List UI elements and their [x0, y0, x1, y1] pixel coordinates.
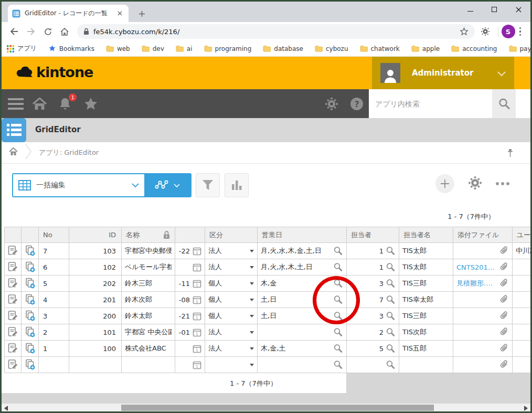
hamburger-menu-icon[interactable] — [7, 89, 25, 118]
scrollbar-thumb[interactable] — [121, 405, 434, 411]
bookmark-folder[interactable]: programing — [204, 45, 252, 52]
scroll-right-icon[interactable] — [524, 406, 528, 411]
lookup-icon[interactable] — [333, 311, 343, 321]
reload-icon[interactable] — [40, 24, 55, 39]
lookup-icon[interactable] — [333, 344, 343, 354]
kintone-logo[interactable]: kintone — [15, 64, 93, 80]
lookup-icon[interactable] — [386, 295, 396, 305]
calendar-icon[interactable]: 1 — [193, 328, 201, 337]
app-search[interactable] — [369, 89, 492, 118]
calendar-icon[interactable]: 1 — [193, 344, 201, 353]
window-close-button[interactable] — [506, 2, 530, 17]
calendar-icon[interactable]: 1 — [193, 263, 201, 272]
breadcrumb-app-link[interactable]: アプリ: GridEditor — [39, 148, 99, 157]
browser-tab[interactable]: GridEditor - レコードの一覧 — [8, 5, 129, 22]
lookup-icon[interactable] — [333, 246, 343, 256]
browser-menu-icon[interactable] — [515, 25, 526, 38]
list-settings-button[interactable] — [468, 176, 482, 192]
browser-profile-avatar[interactable]: S — [502, 25, 515, 38]
app-search-input[interactable] — [369, 89, 492, 118]
favorites-star-icon[interactable] — [82, 89, 99, 118]
paperclip-icon[interactable] — [499, 311, 509, 321]
bookmark-folder[interactable]: database — [263, 45, 303, 52]
edit-record-button[interactable] — [6, 358, 19, 371]
new-tab-button[interactable] — [136, 8, 147, 19]
bookmark-folder[interactable]: accounting — [451, 45, 497, 52]
bookmark-folder[interactable]: web — [106, 45, 130, 52]
extension-gear-icon[interactable] — [478, 24, 493, 39]
lookup-icon[interactable] — [333, 279, 343, 289]
kubun-select[interactable]: 法人 — [205, 259, 258, 276]
edit-record-button[interactable] — [6, 325, 19, 338]
apps-shortcut[interactable]: アプリ — [7, 44, 37, 53]
lookup-icon[interactable] — [386, 344, 396, 354]
home-icon[interactable] — [57, 24, 72, 39]
graph-menu-button[interactable] — [144, 174, 190, 196]
lookup-icon[interactable] — [386, 311, 396, 321]
copy-record-button[interactable] — [24, 325, 37, 338]
edit-record-button[interactable] — [6, 293, 19, 306]
pin-icon[interactable] — [507, 149, 514, 160]
more-options-button[interactable] — [496, 182, 509, 185]
copy-record-button[interactable] — [24, 309, 37, 322]
add-record-button[interactable] — [435, 174, 454, 193]
view-select-dropdown[interactable]: 一括編集 — [13, 174, 144, 196]
lookup-icon[interactable] — [333, 327, 343, 337]
tab-close-icon[interactable] — [115, 9, 124, 18]
bookmark-folder[interactable]: dev — [142, 45, 164, 52]
attachment-link[interactable]: 見積雛形.… — [456, 279, 499, 288]
edit-record-button[interactable] — [6, 260, 19, 273]
copy-record-button[interactable] — [24, 260, 37, 273]
paperclip-icon[interactable] — [499, 279, 509, 288]
edit-record-button[interactable] — [6, 342, 19, 355]
paperclip-icon[interactable] — [499, 360, 509, 369]
paperclip-icon[interactable] — [499, 295, 509, 304]
edit-record-button[interactable] — [6, 244, 19, 257]
window-minimize-button[interactable] — [458, 2, 482, 17]
lookup-icon[interactable] — [386, 360, 396, 370]
kubun-select[interactable]: 法人 — [205, 341, 258, 357]
filter-button[interactable] — [196, 173, 220, 197]
calendar-icon[interactable]: 1 — [193, 247, 201, 256]
help-icon[interactable]: ? — [348, 89, 366, 118]
forward-icon[interactable] — [24, 24, 38, 39]
bookmark-star-icon[interactable] — [460, 27, 469, 36]
copy-record-button[interactable] — [24, 277, 37, 290]
bookmark-folder[interactable]: chatwork — [360, 45, 400, 52]
notifications-bell-icon[interactable]: 1 — [57, 89, 73, 118]
lookup-icon[interactable] — [386, 327, 396, 337]
copy-record-button[interactable] — [24, 293, 37, 306]
bookmark-folder[interactable]: cybozu — [315, 45, 348, 52]
edit-record-button[interactable] — [6, 309, 19, 322]
paperclip-icon[interactable] — [499, 246, 509, 256]
kubun-select[interactable]: 法人 — [205, 243, 258, 259]
lookup-icon[interactable] — [333, 262, 343, 272]
window-maximize-button[interactable] — [482, 2, 506, 17]
search-submit-button[interactable] — [492, 89, 516, 118]
bookmark-folder[interactable]: pay — [509, 45, 531, 52]
paperclip-icon[interactable] — [499, 262, 509, 272]
lookup-icon[interactable] — [386, 246, 396, 256]
bookmarks-folder-root[interactable]: Bookmarks — [48, 45, 94, 52]
lookup-icon[interactable] — [333, 360, 343, 370]
edit-record-button[interactable] — [6, 277, 19, 290]
kubun-select[interactable]: 個人 — [205, 276, 258, 292]
portal-home-icon[interactable] — [31, 89, 48, 118]
bookmark-folder[interactable]: ai — [176, 45, 193, 52]
bookmark-folder[interactable]: apple — [411, 45, 440, 52]
calendar-icon[interactable]: 1 — [193, 279, 201, 288]
calendar-icon[interactable]: 1 — [193, 295, 201, 304]
calendar-icon[interactable]: 1 — [193, 312, 201, 321]
scroll-left-icon[interactable] — [4, 406, 8, 411]
lookup-icon[interactable] — [386, 262, 396, 272]
lookup-icon[interactable] — [333, 295, 343, 305]
chart-button[interactable] — [225, 173, 249, 197]
paperclip-icon[interactable] — [499, 344, 509, 353]
breadcrumb-home-icon[interactable] — [9, 147, 18, 158]
back-icon[interactable] — [7, 24, 22, 39]
copy-record-button[interactable] — [24, 358, 37, 371]
attachment-link[interactable]: CNTS201… — [456, 263, 499, 271]
lookup-icon[interactable] — [386, 279, 396, 289]
paperclip-icon[interactable] — [499, 327, 509, 337]
calendar-icon[interactable]: 1 — [193, 361, 201, 369]
